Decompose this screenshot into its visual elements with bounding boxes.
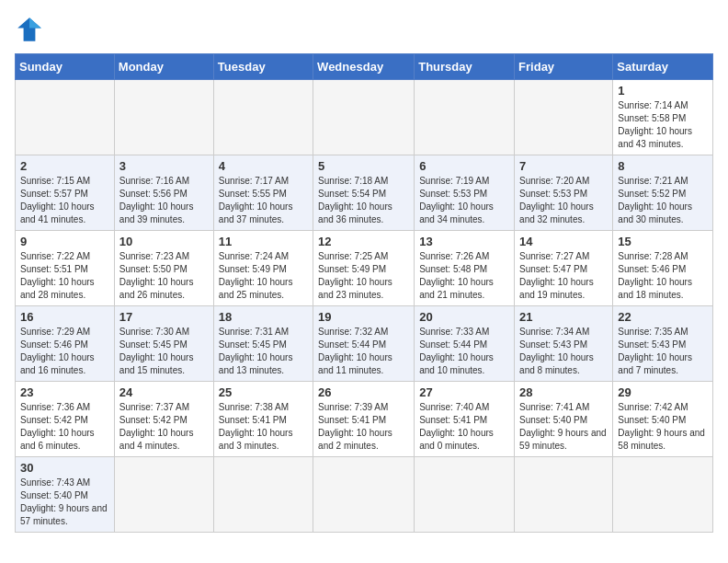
calendar-day-cell bbox=[213, 80, 313, 155]
calendar-day-cell: 11Sunrise: 7:24 AM Sunset: 5:49 PM Dayli… bbox=[213, 231, 313, 306]
calendar-day-cell: 5Sunrise: 7:18 AM Sunset: 5:54 PM Daylig… bbox=[313, 155, 415, 231]
calendar-week-row: 16Sunrise: 7:29 AM Sunset: 5:46 PM Dayli… bbox=[16, 306, 713, 382]
day-number: 8 bbox=[618, 159, 708, 173]
calendar-week-row: 9Sunrise: 7:22 AM Sunset: 5:51 PM Daylig… bbox=[16, 231, 713, 306]
calendar-day-cell: 9Sunrise: 7:22 AM Sunset: 5:51 PM Daylig… bbox=[16, 231, 115, 306]
calendar-day-cell: 23Sunrise: 7:36 AM Sunset: 5:42 PM Dayli… bbox=[16, 382, 115, 457]
calendar-day-cell bbox=[114, 80, 213, 155]
day-info: Sunrise: 7:23 AM Sunset: 5:50 PM Dayligh… bbox=[119, 250, 209, 302]
day-number: 11 bbox=[219, 235, 308, 248]
calendar-day-cell: 27Sunrise: 7:40 AM Sunset: 5:41 PM Dayli… bbox=[415, 382, 515, 457]
day-info: Sunrise: 7:16 AM Sunset: 5:56 PM Dayligh… bbox=[119, 175, 209, 226]
calendar-day-cell bbox=[213, 457, 313, 533]
day-number: 30 bbox=[20, 461, 109, 475]
day-number: 26 bbox=[318, 385, 409, 399]
calendar-day-cell: 29Sunrise: 7:42 AM Sunset: 5:40 PM Dayli… bbox=[613, 382, 713, 457]
logo bbox=[15, 15, 48, 44]
day-info: Sunrise: 7:20 AM Sunset: 5:53 PM Dayligh… bbox=[519, 175, 608, 226]
calendar-day-cell: 16Sunrise: 7:29 AM Sunset: 5:46 PM Dayli… bbox=[16, 306, 115, 382]
calendar-day-cell: 2Sunrise: 7:15 AM Sunset: 5:57 PM Daylig… bbox=[16, 155, 115, 231]
calendar-day-cell: 4Sunrise: 7:17 AM Sunset: 5:55 PM Daylig… bbox=[213, 155, 313, 231]
day-info: Sunrise: 7:39 AM Sunset: 5:41 PM Dayligh… bbox=[318, 401, 409, 453]
calendar-day-cell: 6Sunrise: 7:19 AM Sunset: 5:53 PM Daylig… bbox=[415, 155, 515, 231]
weekday-header-wednesday: Wednesday bbox=[313, 54, 415, 80]
day-number: 12 bbox=[318, 235, 409, 248]
calendar-day-cell: 1Sunrise: 7:14 AM Sunset: 5:58 PM Daylig… bbox=[613, 80, 713, 155]
weekday-header-thursday: Thursday bbox=[415, 54, 515, 80]
day-number: 21 bbox=[519, 310, 608, 324]
calendar-day-cell: 28Sunrise: 7:41 AM Sunset: 5:40 PM Dayli… bbox=[515, 382, 613, 457]
day-number: 28 bbox=[519, 385, 608, 399]
day-info: Sunrise: 7:25 AM Sunset: 5:49 PM Dayligh… bbox=[318, 250, 409, 302]
day-info: Sunrise: 7:29 AM Sunset: 5:46 PM Dayligh… bbox=[20, 326, 109, 377]
weekday-header-sunday: Sunday bbox=[16, 54, 115, 80]
calendar-day-cell: 17Sunrise: 7:30 AM Sunset: 5:45 PM Dayli… bbox=[114, 306, 213, 382]
calendar-day-cell bbox=[415, 80, 515, 155]
day-number: 18 bbox=[219, 310, 308, 324]
day-info: Sunrise: 7:38 AM Sunset: 5:41 PM Dayligh… bbox=[219, 401, 308, 453]
day-number: 19 bbox=[318, 310, 409, 324]
day-number: 7 bbox=[519, 159, 608, 173]
calendar-day-cell: 10Sunrise: 7:23 AM Sunset: 5:50 PM Dayli… bbox=[114, 231, 213, 306]
calendar-day-cell: 24Sunrise: 7:37 AM Sunset: 5:42 PM Dayli… bbox=[114, 382, 213, 457]
calendar-week-row: 30Sunrise: 7:43 AM Sunset: 5:40 PM Dayli… bbox=[16, 457, 713, 533]
day-number: 29 bbox=[618, 385, 708, 399]
day-number: 17 bbox=[119, 310, 209, 324]
day-info: Sunrise: 7:24 AM Sunset: 5:49 PM Dayligh… bbox=[219, 250, 308, 302]
weekday-header-monday: Monday bbox=[114, 54, 213, 80]
day-info: Sunrise: 7:21 AM Sunset: 5:52 PM Dayligh… bbox=[618, 175, 708, 226]
calendar-day-cell: 15Sunrise: 7:28 AM Sunset: 5:46 PM Dayli… bbox=[613, 231, 713, 306]
calendar-week-row: 2Sunrise: 7:15 AM Sunset: 5:57 PM Daylig… bbox=[16, 155, 713, 231]
svg-marker-1 bbox=[29, 17, 41, 28]
day-info: Sunrise: 7:32 AM Sunset: 5:44 PM Dayligh… bbox=[318, 326, 409, 377]
calendar-day-cell: 12Sunrise: 7:25 AM Sunset: 5:49 PM Dayli… bbox=[313, 231, 415, 306]
calendar-day-cell: 19Sunrise: 7:32 AM Sunset: 5:44 PM Dayli… bbox=[313, 306, 415, 382]
day-info: Sunrise: 7:14 AM Sunset: 5:58 PM Dayligh… bbox=[618, 99, 708, 151]
day-info: Sunrise: 7:35 AM Sunset: 5:43 PM Dayligh… bbox=[618, 326, 708, 377]
calendar-day-cell bbox=[613, 457, 713, 533]
day-number: 2 bbox=[20, 159, 109, 173]
day-info: Sunrise: 7:30 AM Sunset: 5:45 PM Dayligh… bbox=[119, 326, 209, 377]
day-number: 13 bbox=[419, 235, 509, 248]
day-info: Sunrise: 7:27 AM Sunset: 5:47 PM Dayligh… bbox=[519, 250, 608, 302]
day-info: Sunrise: 7:43 AM Sunset: 5:40 PM Dayligh… bbox=[20, 477, 109, 528]
calendar-day-cell: 7Sunrise: 7:20 AM Sunset: 5:53 PM Daylig… bbox=[515, 155, 613, 231]
day-info: Sunrise: 7:34 AM Sunset: 5:43 PM Dayligh… bbox=[519, 326, 608, 377]
day-number: 1 bbox=[618, 84, 708, 98]
day-info: Sunrise: 7:18 AM Sunset: 5:54 PM Dayligh… bbox=[318, 175, 409, 226]
day-number: 16 bbox=[20, 310, 109, 324]
calendar-day-cell: 21Sunrise: 7:34 AM Sunset: 5:43 PM Dayli… bbox=[515, 306, 613, 382]
day-info: Sunrise: 7:22 AM Sunset: 5:51 PM Dayligh… bbox=[20, 250, 109, 302]
day-info: Sunrise: 7:42 AM Sunset: 5:40 PM Dayligh… bbox=[618, 401, 708, 453]
day-info: Sunrise: 7:37 AM Sunset: 5:42 PM Dayligh… bbox=[119, 401, 209, 453]
calendar-day-cell: 13Sunrise: 7:26 AM Sunset: 5:48 PM Dayli… bbox=[415, 231, 515, 306]
day-number: 9 bbox=[20, 235, 109, 248]
page-header bbox=[15, 15, 713, 44]
calendar-day-cell: 18Sunrise: 7:31 AM Sunset: 5:45 PM Dayli… bbox=[213, 306, 313, 382]
calendar-day-cell: 22Sunrise: 7:35 AM Sunset: 5:43 PM Dayli… bbox=[613, 306, 713, 382]
logo-icon bbox=[15, 15, 44, 44]
calendar-day-cell bbox=[313, 457, 415, 533]
day-info: Sunrise: 7:33 AM Sunset: 5:44 PM Dayligh… bbox=[419, 326, 509, 377]
day-number: 24 bbox=[119, 385, 209, 399]
day-number: 3 bbox=[119, 159, 209, 173]
day-number: 14 bbox=[519, 235, 608, 248]
day-number: 10 bbox=[119, 235, 209, 248]
day-info: Sunrise: 7:15 AM Sunset: 5:57 PM Dayligh… bbox=[20, 175, 109, 226]
calendar-day-cell: 30Sunrise: 7:43 AM Sunset: 5:40 PM Dayli… bbox=[16, 457, 115, 533]
day-info: Sunrise: 7:41 AM Sunset: 5:40 PM Dayligh… bbox=[519, 401, 608, 453]
calendar-day-cell: 8Sunrise: 7:21 AM Sunset: 5:52 PM Daylig… bbox=[613, 155, 713, 231]
day-info: Sunrise: 7:36 AM Sunset: 5:42 PM Dayligh… bbox=[20, 401, 109, 453]
day-info: Sunrise: 7:26 AM Sunset: 5:48 PM Dayligh… bbox=[419, 250, 509, 302]
day-info: Sunrise: 7:17 AM Sunset: 5:55 PM Dayligh… bbox=[219, 175, 308, 226]
weekday-header-tuesday: Tuesday bbox=[213, 54, 313, 80]
day-number: 25 bbox=[219, 385, 308, 399]
weekday-header-saturday: Saturday bbox=[613, 54, 713, 80]
calendar-day-cell: 25Sunrise: 7:38 AM Sunset: 5:41 PM Dayli… bbox=[213, 382, 313, 457]
day-number: 22 bbox=[618, 310, 708, 324]
calendar-day-cell bbox=[313, 80, 415, 155]
calendar-day-cell: 26Sunrise: 7:39 AM Sunset: 5:41 PM Dayli… bbox=[313, 382, 415, 457]
calendar-day-cell: 20Sunrise: 7:33 AM Sunset: 5:44 PM Dayli… bbox=[415, 306, 515, 382]
day-number: 4 bbox=[219, 159, 308, 173]
day-info: Sunrise: 7:40 AM Sunset: 5:41 PM Dayligh… bbox=[419, 401, 509, 453]
